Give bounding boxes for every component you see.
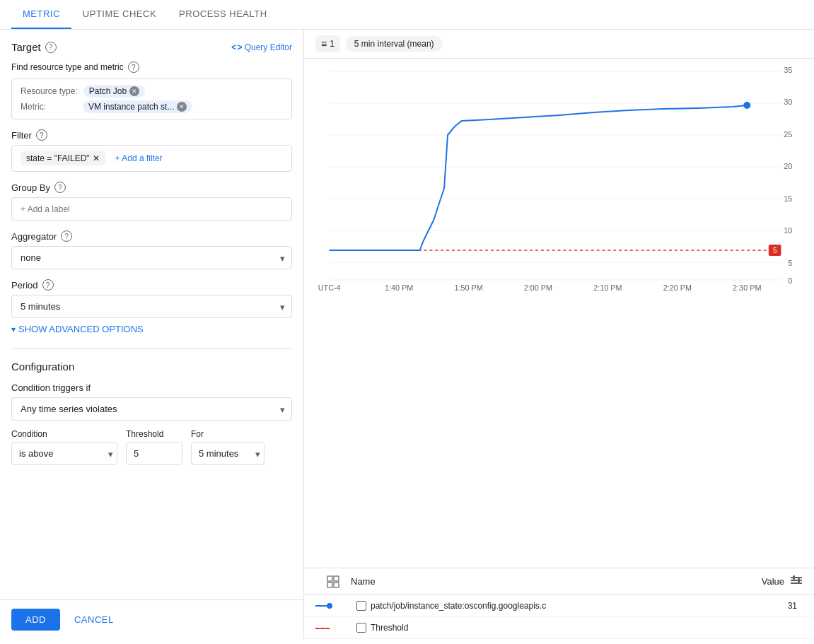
threshold-input[interactable] xyxy=(126,442,182,465)
period-help-icon[interactable]: ? xyxy=(42,279,54,291)
period-select-wrapper: 5 minutes ▾ xyxy=(11,295,292,318)
aggregator-label: Aggregator ? xyxy=(11,230,292,242)
legend-name-col-header: Name xyxy=(351,576,762,587)
interval-badge[interactable]: 5 min interval (mean) xyxy=(346,36,443,52)
svg-rect-35 xyxy=(798,578,800,582)
aggregator-select-wrapper: none ▾ xyxy=(11,246,292,269)
resource-type-label: Resource type: xyxy=(21,86,78,96)
threshold-label: Threshold xyxy=(126,429,182,439)
query-editor-label: Query Editor xyxy=(245,42,292,52)
chart-svg: 35 30 25 20 15 10 5 0 xyxy=(315,64,803,291)
resource-type-chip[interactable]: Patch Job ✕ xyxy=(83,85,145,98)
triggers-select-wrapper: Any time series violates All time series… xyxy=(11,397,292,421)
target-section-header: Target ? < > Query Editor xyxy=(11,41,292,53)
filter-state-label: state = "FAILED" xyxy=(26,153,90,163)
period-section: Period ? 5 minutes ▾ xyxy=(11,279,292,318)
add-button[interactable]: ADD xyxy=(11,609,60,631)
filter-label: Filter ? xyxy=(11,129,292,141)
group-by-section: Group By ? xyxy=(11,182,292,221)
section-divider xyxy=(11,349,292,349)
bottom-bar: ADD CANCEL xyxy=(0,599,304,639)
svg-rect-32 xyxy=(791,580,802,581)
legend-row-1: Threshold xyxy=(304,617,814,639)
svg-text:1:50 PM: 1:50 PM xyxy=(454,283,482,291)
group-by-box[interactable] xyxy=(11,197,292,221)
right-panel: ≡ 1 5 min interval (mean) 35 30 25 20 15… xyxy=(304,30,814,639)
configuration-section: Configuration Condition triggers if Any … xyxy=(11,361,292,465)
aggregator-select[interactable]: none xyxy=(11,246,292,269)
metric-row: Metric: VM instance patch st... ✕ xyxy=(21,100,283,113)
legend-header: Name Value xyxy=(304,568,814,595)
svg-text:2:10 PM: 2:10 PM xyxy=(593,283,622,291)
svg-text:5: 5 xyxy=(773,247,777,254)
advanced-options-button[interactable]: ▾ SHOW ADVANCED OPTIONS xyxy=(11,324,292,334)
period-select[interactable]: 5 minutes xyxy=(11,295,292,318)
triggers-select[interactable]: Any time series violates All time series… xyxy=(11,397,292,421)
resource-type-value: Patch Job xyxy=(89,86,127,96)
top-tabs-bar: METRIC UPTIME CHECK PROCESS HEALTH xyxy=(0,0,814,30)
condition-triggers-section: Condition triggers if Any time series vi… xyxy=(11,382,292,421)
legend-row-1-checkbox[interactable] xyxy=(356,623,366,633)
cancel-button[interactable]: CANCEL xyxy=(69,609,120,631)
condition-select[interactable]: is above is below is above or equal to i… xyxy=(11,442,117,465)
find-resource-label: Find resource type and metric ? xyxy=(11,62,292,73)
svg-rect-29 xyxy=(327,582,332,587)
filter-box: state = "FAILED" ✕ + Add a filter xyxy=(11,145,292,172)
advanced-options-label: SHOW ADVANCED OPTIONS xyxy=(18,324,144,334)
svg-point-19 xyxy=(743,102,750,109)
svg-text:0: 0 xyxy=(788,276,792,285)
legend-row-0: patch/job/instance_state:osconfig.google… xyxy=(304,595,814,617)
resource-metric-box: Resource type: Patch Job ✕ Metric: VM in… xyxy=(11,78,292,119)
filter-state-close[interactable]: ✕ xyxy=(93,153,100,163)
legend-row-0-value: 31 xyxy=(788,601,797,611)
chart-topbar: ≡ 1 5 min interval (mean) xyxy=(304,30,814,59)
group-by-help-icon[interactable]: ? xyxy=(54,182,66,193)
svg-text:30: 30 xyxy=(784,98,792,106)
find-resource-help-icon[interactable]: ? xyxy=(128,62,139,73)
svg-rect-28 xyxy=(334,576,339,581)
target-section: Target ? < > Query Editor Find resource … xyxy=(11,41,292,334)
svg-text:15: 15 xyxy=(784,194,792,203)
condition-threshold-row: Condition is above is below is above or … xyxy=(11,429,292,465)
period-label: Period ? xyxy=(11,279,292,291)
configuration-title: Configuration xyxy=(11,361,292,373)
svg-rect-31 xyxy=(791,577,802,578)
aggregator-help-icon[interactable]: ? xyxy=(61,230,72,242)
target-title: Target ? xyxy=(11,41,57,53)
legend-row-1-icon xyxy=(315,627,351,629)
legend-table: Name Value xyxy=(304,568,814,639)
metric-value: VM instance patch st... xyxy=(88,102,174,112)
legend-value-col-header: Value xyxy=(762,576,784,587)
add-filter-button[interactable]: + Add a filter xyxy=(110,151,168,165)
legend-row-0-checkbox[interactable] xyxy=(356,601,366,611)
tab-process-health[interactable]: PROCESS HEALTH xyxy=(168,0,279,29)
tab-uptime-check[interactable]: UPTIME CHECK xyxy=(71,0,168,29)
svg-text:35: 35 xyxy=(784,66,792,74)
svg-rect-30 xyxy=(334,582,339,587)
threshold-field: Threshold xyxy=(126,429,182,465)
resource-type-chip-close[interactable]: ✕ xyxy=(129,86,139,96)
legend-settings-icon[interactable] xyxy=(790,574,803,589)
for-select[interactable]: 1 minute 2 minutes 5 minutes 10 minutes … xyxy=(191,442,264,465)
svg-text:10: 10 xyxy=(784,226,792,235)
metric-chip[interactable]: VM instance patch st... ✕ xyxy=(83,100,192,113)
target-help-icon[interactable]: ? xyxy=(45,42,57,53)
svg-rect-34 xyxy=(793,575,795,580)
filter-state-chip[interactable]: state = "FAILED" ✕ xyxy=(21,151,105,165)
legend-grid-icon xyxy=(326,575,340,589)
chart-container: 35 30 25 20 15 10 5 0 xyxy=(304,59,814,568)
group-by-input[interactable] xyxy=(21,204,283,214)
condition-triggers-label: Condition triggers if xyxy=(11,382,292,393)
legend-row-1-name: Threshold xyxy=(371,623,797,633)
query-editor-button[interactable]: < > Query Editor xyxy=(231,42,292,52)
metric-chip-close[interactable]: ✕ xyxy=(177,102,187,112)
svg-text:5: 5 xyxy=(788,259,792,267)
for-select-wrapper: 1 minute 2 minutes 5 minutes 10 minutes … xyxy=(191,442,264,465)
svg-text:2:20 PM: 2:20 PM xyxy=(663,283,692,291)
filter-help-icon[interactable]: ? xyxy=(36,129,47,141)
tab-metric[interactable]: METRIC xyxy=(11,0,71,29)
metric-label: Metric: xyxy=(21,102,77,112)
filter-count-badge[interactable]: ≡ 1 xyxy=(315,35,340,52)
legend-row-0-icon xyxy=(315,605,351,607)
aggregator-section: Aggregator ? none ▾ xyxy=(11,230,292,269)
